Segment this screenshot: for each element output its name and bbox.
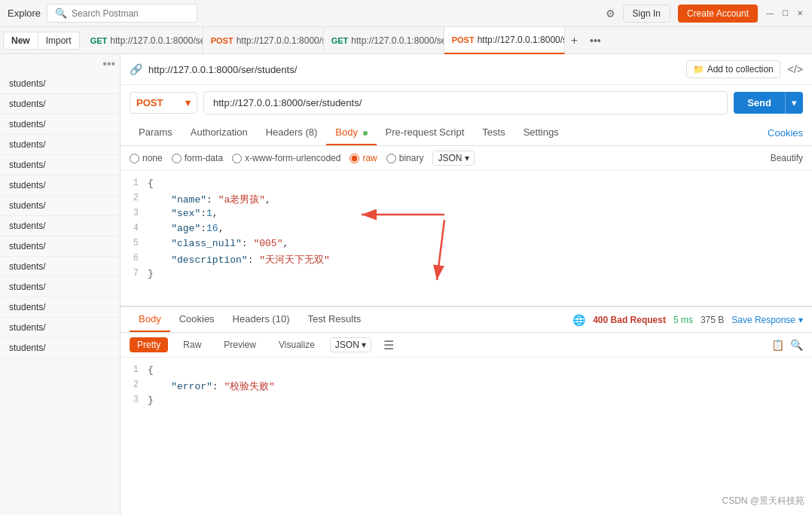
- request-code-editor[interactable]: 1 { 2 "name": "a老男孩", 3 "sex":1, 4 "age"…: [121, 171, 812, 306]
- sidebar-item-10[interactable]: students/: [0, 257, 120, 277]
- cookies-link[interactable]: Cookies: [768, 127, 803, 139]
- tabbar: New Import GET http://127.0.0.1:8000/ser…: [0, 27, 812, 54]
- url-input[interactable]: [203, 91, 728, 114]
- search-bar[interactable]: 🔍: [47, 4, 197, 23]
- sidebar-item-11[interactable]: students/: [0, 277, 120, 297]
- body-option-binary[interactable]: binary: [386, 153, 424, 163]
- body-urlencoded-radio[interactable]: [232, 154, 242, 163]
- res-tab-test-results[interactable]: Test Results: [298, 307, 370, 332]
- maximize-button[interactable]: ☐: [780, 9, 789, 18]
- line-content-7: }: [148, 268, 812, 279]
- save-response-label: Save Response: [731, 315, 795, 325]
- method-label: POST: [136, 97, 163, 108]
- code-line-1: 1 {: [121, 177, 812, 192]
- tab-4[interactable]: POST http://127.0.0.1:8000/ser/: [444, 27, 565, 54]
- close-button[interactable]: ✕: [795, 9, 804, 18]
- tab-body[interactable]: Body: [326, 120, 376, 145]
- search-response-icon[interactable]: 🔍: [790, 339, 803, 351]
- send-button[interactable]: Send: [734, 92, 785, 114]
- sidebar-item-13[interactable]: students/: [0, 318, 120, 338]
- res-pretty-button[interactable]: Pretty: [130, 337, 168, 352]
- res-json-select[interactable]: JSON ▾: [330, 337, 371, 352]
- res-tab-cookies[interactable]: Cookies: [170, 307, 224, 332]
- tab-3[interactable]: GET http://127.0.0.1:8000/ser/: [324, 27, 444, 54]
- method-select[interactable]: POST ▾: [130, 92, 197, 114]
- create-account-button[interactable]: Create Account: [678, 5, 758, 23]
- filter-icon[interactable]: ☰: [383, 338, 394, 352]
- body-binary-radio[interactable]: [386, 154, 396, 163]
- json-format-select[interactable]: JSON ▾: [432, 151, 475, 166]
- tab-2[interactable]: POST http://127.0.0.1:8000/ser/: [203, 27, 324, 54]
- more-tabs-button[interactable]: •••: [584, 35, 607, 47]
- tab-settings[interactable]: Settings: [514, 120, 568, 145]
- sign-in-button[interactable]: Sign In: [623, 5, 670, 23]
- res-raw-button[interactable]: Raw: [176, 337, 209, 352]
- tab-params[interactable]: Params: [130, 120, 182, 145]
- body-option-raw[interactable]: raw: [350, 153, 377, 163]
- tab-tests[interactable]: Tests: [473, 120, 514, 145]
- body-option-formdata[interactable]: form-data: [172, 153, 223, 163]
- response-meta: 🌐 400 Bad Request 5 ms 375 B Save Respon…: [572, 314, 803, 326]
- res-preview-button[interactable]: Preview: [216, 337, 264, 352]
- url-input-row: POST ▾ Send ▾: [121, 85, 812, 120]
- body-raw-radio[interactable]: [350, 154, 359, 163]
- response-body-options: Pretty Raw Preview Visualize JSON ▾ ☰ 📋 …: [121, 333, 812, 358]
- add-tab-button[interactable]: +: [565, 34, 584, 47]
- tab-headers[interactable]: Headers (8): [257, 120, 327, 145]
- response-size: 375 B: [701, 315, 724, 325]
- res-visualize-button[interactable]: Visualize: [271, 337, 322, 352]
- line-num-5: 5: [121, 238, 148, 248]
- sidebar-item-14[interactable]: students/: [0, 338, 120, 358]
- sidebar-more-icon[interactable]: •••: [0, 54, 120, 74]
- sidebar-item-5[interactable]: students/: [0, 155, 120, 175]
- res-code-line-2: 2 "error": "校验失败": [121, 379, 812, 394]
- tab-authorization[interactable]: Authorization: [182, 120, 257, 145]
- sidebar-item-6[interactable]: students/: [0, 175, 120, 196]
- beautify-button[interactable]: Beautify: [771, 153, 803, 163]
- response-code-editor[interactable]: 1 { 2 "error": "校验失败" 3 }: [121, 358, 812, 515]
- minimize-button[interactable]: —: [765, 9, 774, 18]
- sidebar-item-7[interactable]: students/: [0, 196, 120, 216]
- sidebar-item-2[interactable]: students/: [0, 94, 120, 114]
- save-response-button[interactable]: Save Response ▾: [731, 315, 803, 325]
- res-line-content-2: "error": "校验失败": [148, 379, 812, 393]
- tab-prerequest[interactable]: Pre-request Script: [377, 120, 474, 145]
- tab-1[interactable]: GET http://127.0.0.1:8000/ser/: [83, 27, 203, 54]
- request-actions: 📁 Add to collection </>: [686, 60, 803, 78]
- import-button[interactable]: Import: [38, 32, 80, 50]
- sidebar-item-8[interactable]: students/: [0, 216, 120, 236]
- url-icon: 🔗: [130, 63, 142, 75]
- res-line-content-1: {: [148, 364, 812, 376]
- code-line-5: 5 "class_null": "005",: [121, 237, 812, 252]
- res-tab-headers[interactable]: Headers (10): [224, 307, 299, 332]
- line-num-4: 4: [121, 223, 148, 233]
- line-content-1: {: [148, 178, 812, 189]
- request-editor-wrapper: 1 { 2 "name": "a老男孩", 3 "sex":1, 4 "age"…: [121, 171, 812, 306]
- sidebar-item-9[interactable]: students/: [0, 236, 120, 257]
- sidebar-item-12[interactable]: students/: [0, 297, 120, 318]
- body-none-radio[interactable]: [130, 154, 139, 163]
- json-format-chevron: ▾: [465, 153, 469, 163]
- window-controls: — ☐ ✕: [765, 9, 804, 18]
- settings-icon[interactable]: ⚙: [606, 8, 615, 20]
- new-button[interactable]: New: [3, 32, 38, 50]
- sidebar-item-1[interactable]: students/: [0, 74, 120, 94]
- sidebar-item-4[interactable]: students/: [0, 135, 120, 155]
- save-response-chevron: ▾: [798, 315, 803, 325]
- body-formdata-radio[interactable]: [172, 154, 182, 163]
- globe-icon: 🌐: [572, 314, 585, 326]
- response-time: 5 ms: [673, 315, 693, 325]
- sidebar-item-3[interactable]: students/: [0, 114, 120, 135]
- code-icon[interactable]: </>: [788, 63, 803, 75]
- send-dropdown-button[interactable]: ▾: [785, 92, 803, 114]
- line-content-4: "age":16,: [148, 223, 812, 234]
- sidebar: ••• students/ students/ students/ studen…: [0, 54, 121, 515]
- copy-icon[interactable]: 📋: [771, 339, 784, 351]
- line-num-1: 1: [121, 178, 148, 188]
- res-tab-body[interactable]: Body: [130, 307, 170, 332]
- body-option-urlencoded[interactable]: x-www-form-urlencoded: [232, 153, 340, 163]
- search-input[interactable]: [72, 8, 169, 19]
- add-to-collection-button[interactable]: 📁 Add to collection: [686, 60, 780, 78]
- body-option-none[interactable]: none: [130, 153, 163, 163]
- request-tabs: Params Authorization Headers (8) Body Pr…: [121, 120, 812, 146]
